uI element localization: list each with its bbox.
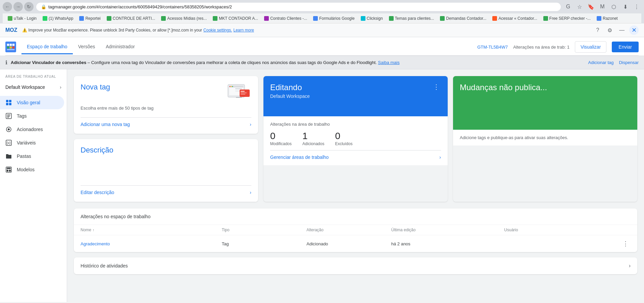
google-icon[interactable]: G <box>563 2 573 11</box>
forward-button[interactable]: → <box>13 2 23 11</box>
sidebar-item-overview[interactable]: Visão geral <box>0 96 64 109</box>
sidebar-item-templates[interactable]: Modelos <box>0 163 64 176</box>
col-header-usuario: Usuário <box>504 228 617 232</box>
browser-nav-buttons: ← → ↻ <box>3 2 34 11</box>
editing-card-menu-button[interactable]: ⋮ <box>432 83 441 91</box>
bookmark-razonet[interactable]: Razonet <box>594 15 620 22</box>
workspace-id[interactable]: GTM-TL5B4W7 <box>477 45 508 50</box>
add-tag-button[interactable]: Adicionar tag <box>588 60 614 65</box>
sidebar-workspace-name: Default Workspace <box>5 84 45 90</box>
svg-rect-11 <box>9 103 11 105</box>
bookmark-icon[interactable]: 🔖 <box>586 2 596 11</box>
bookmark-whatsapp[interactable]: (1) WhatsApp <box>40 15 76 22</box>
browser-top-bar: ← → ↻ 🔒 tagmanager.google.com/#/containe… <box>3 2 641 11</box>
add-new-tag-link[interactable]: Adicionar uma nova tag › <box>81 117 251 127</box>
sort-icon[interactable]: ↑ <box>93 228 94 232</box>
bookmark-reportei[interactable]: Reportei <box>77 15 103 22</box>
gtm-nav: Espaço de trabalho Versões Administrador <box>21 40 477 54</box>
chevron-right-icon: › <box>629 263 631 269</box>
bookmark-contrato[interactable]: Contrato Clientes -... <box>262 15 309 22</box>
star-icon[interactable]: ☆ <box>575 2 584 11</box>
cookie-settings-link[interactable]: Cookie settings. <box>203 28 232 33</box>
stat-modified: 0 Modificados <box>270 131 292 146</box>
sidebar: ÁREA DE TRABALHO ATUAL Default Workspace… <box>0 69 67 302</box>
svg-rect-1 <box>7 44 9 46</box>
svg-point-28 <box>231 86 232 87</box>
chevron-right-icon: › <box>439 155 441 160</box>
mozbar-close-button[interactable]: ✕ <box>629 25 639 35</box>
sidebar-item-folders[interactable]: Pastas <box>0 149 64 163</box>
gtm-logo <box>5 42 16 52</box>
changes-card: Mudanças não publica... Adicione tags e … <box>453 76 637 202</box>
bookmark-formularios[interactable]: Formulários Google <box>311 15 357 22</box>
dismiss-button[interactable]: Dispensar <box>619 60 639 65</box>
mozbar-help-button[interactable]: ? <box>593 25 602 35</box>
bookmark-acessar[interactable]: Acessar « Contador... <box>490 15 539 22</box>
bookmark-utalk[interactable]: uTalk - Login <box>5 15 39 22</box>
preview-button[interactable]: Visualizar <box>575 41 606 53</box>
col-header-actions <box>617 228 631 232</box>
gtm-header-right: GTM-TL5B4W7 Alterações na área de trab: … <box>477 41 639 53</box>
row-menu-button[interactable]: ⋮ <box>621 239 631 248</box>
content-area: Nova tag <box>67 69 644 302</box>
svg-rect-21 <box>7 168 11 169</box>
mozbar-logo: MOZ <box>5 27 17 33</box>
editing-card: Editando Default Workspace ⋮ Alterações … <box>263 76 448 202</box>
bookmark-mkt[interactable]: MKT CONTADOR A... <box>210 15 260 22</box>
back-button[interactable]: ← <box>3 2 12 11</box>
changes-label: Alterações na área de trab: 1 <box>513 45 569 50</box>
bookmark-demandas[interactable]: Demandas Contador... <box>438 15 489 22</box>
address-bar[interactable]: 🔒 tagmanager.google.com/#/container/acco… <box>36 3 561 11</box>
edit-description-link[interactable]: Editar descrição › <box>81 185 251 195</box>
grid-icon <box>5 99 12 106</box>
tab-versions[interactable]: Versões <box>73 40 101 54</box>
bookmark-temas[interactable]: Temas para clientes... <box>387 15 437 22</box>
svg-rect-34 <box>236 97 242 98</box>
manage-workspaces-link[interactable]: Gerenciar áreas de trabalho › <box>270 150 441 160</box>
tab-workspace[interactable]: Espaço de trabalho <box>21 40 73 54</box>
download-icon[interactable]: ⬇ <box>621 2 630 11</box>
bookmark-controle[interactable]: CONTROLE DE ARTI... <box>104 15 157 22</box>
svg-point-17 <box>8 128 10 130</box>
mozbar-menu-button[interactable]: — <box>617 25 627 35</box>
sidebar-item-triggers[interactable]: Acionadores <box>0 123 64 136</box>
svg-rect-14 <box>7 116 10 117</box>
mozbar-message: Improve your MozBar experience. Please u… <box>29 28 202 33</box>
stat-deleted-number: 0 <box>335 131 352 141</box>
nova-tag-header: Nova tag <box>81 83 251 103</box>
bookmark-clicksign[interactable]: Clicksign <box>358 15 385 22</box>
submit-button[interactable]: Enviar <box>612 42 639 52</box>
gtm-nav-tabs: Espaço de trabalho Versões Administrador <box>21 40 140 54</box>
svg-text:{x}: {x} <box>7 141 11 145</box>
svg-rect-2 <box>10 44 12 46</box>
mozbar-settings-button[interactable]: ⚙ <box>605 25 614 35</box>
template-icon <box>5 166 12 173</box>
sidebar-item-tags[interactable]: Tags <box>0 109 64 123</box>
extensions-icon[interactable]: ⬡ <box>609 2 618 11</box>
sidebar-workspace-selector[interactable]: Default Workspace › <box>0 81 67 93</box>
history-title: Histórico de atividades <box>81 263 128 268</box>
cell-alteracao: Adicionado <box>306 241 391 246</box>
bookmark-serp[interactable]: Free SERP checker -... <box>541 15 593 22</box>
cell-name[interactable]: Agradecimento <box>81 241 222 246</box>
sidebar-item-variables[interactable]: {x} Variáveis <box>0 136 64 149</box>
reload-button[interactable]: ↻ <box>24 2 34 11</box>
gtm-header-top: Espaço de trabalho Versões Administrador… <box>5 37 639 56</box>
menu-icon[interactable]: ⋮ <box>632 2 641 11</box>
warning-icon: ⚠️ <box>22 28 27 33</box>
learn-more-link[interactable]: Learn more <box>234 28 254 33</box>
editing-card-body: Alterações na área de trabalho 0 Modific… <box>263 116 448 165</box>
mozbar: MOZ ⚠️ Improve your MozBar experience. P… <box>0 23 644 37</box>
tab-admin[interactable]: Administrador <box>100 40 140 54</box>
saiba-mais-link[interactable]: Saiba mais <box>378 60 399 65</box>
bookmark-acessos[interactable]: Acessos Mídias (res... <box>159 15 209 22</box>
lock-icon: 🔒 <box>41 4 46 9</box>
history-header[interactable]: Histórico de atividades › <box>74 257 637 274</box>
svg-rect-3 <box>12 44 14 46</box>
stat-deleted: 0 Excluídos <box>335 131 352 146</box>
profile-icon[interactable]: M <box>598 2 607 11</box>
chevron-right-icon: › <box>250 190 251 195</box>
svg-rect-36 <box>241 91 245 92</box>
svg-point-29 <box>232 86 233 87</box>
trigger-icon <box>5 126 12 133</box>
